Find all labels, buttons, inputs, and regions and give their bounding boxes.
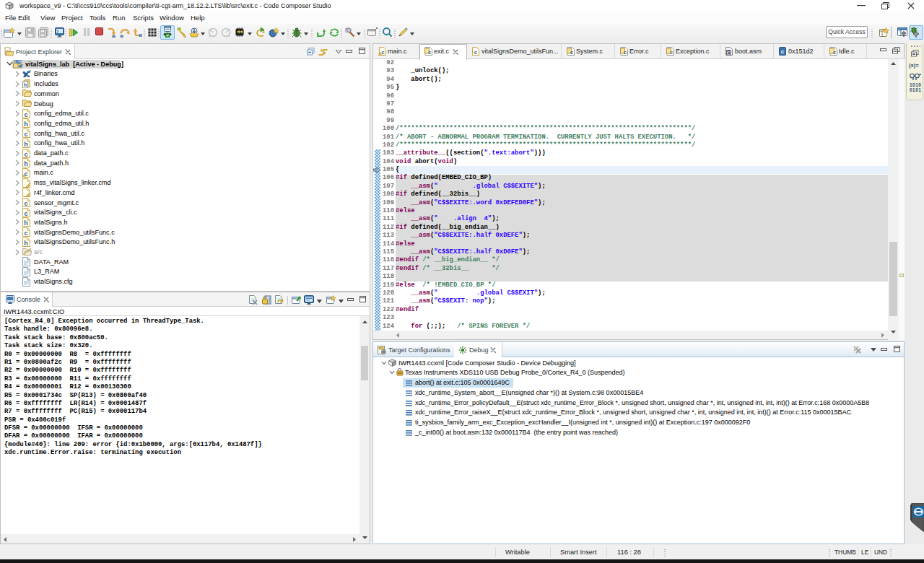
svg-text:h: h — [24, 121, 28, 128]
svg-text:S: S — [727, 50, 731, 55]
svg-text:c: c — [381, 49, 385, 56]
svg-text:c: c — [428, 49, 431, 56]
svg-text:h: h — [24, 239, 28, 246]
svg-text:c: c — [24, 209, 27, 217]
svg-text:c: c — [833, 49, 836, 56]
svg-text:c: c — [24, 131, 27, 138]
svg-text:h: h — [24, 140, 28, 147]
svg-text:h: h — [24, 82, 27, 87]
svg-text:h: h — [24, 219, 28, 227]
svg-text:c: c — [24, 150, 27, 157]
svg-text:c: c — [24, 110, 27, 118]
svg-text:c: c — [24, 230, 27, 237]
svg-text:c: c — [781, 48, 785, 55]
svg-text:c: c — [24, 200, 27, 207]
svg-text:c: c — [570, 49, 573, 56]
svg-text:h: h — [24, 160, 28, 167]
svg-text:c: c — [474, 49, 478, 56]
svg-text:c: c — [670, 49, 673, 56]
svg-text:c: c — [624, 49, 627, 56]
